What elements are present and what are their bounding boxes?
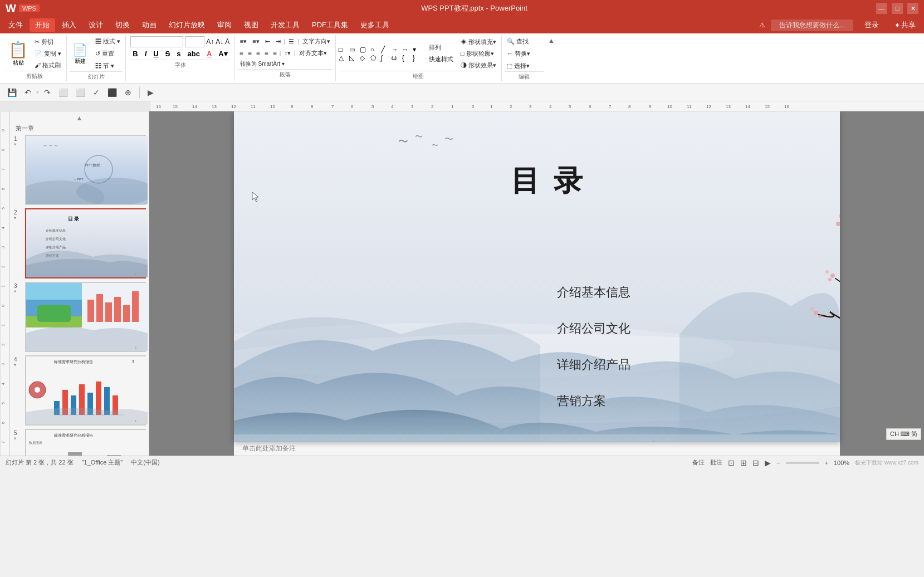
align-justify-button[interactable]: ≡ [263,49,270,58]
layout-button[interactable]: ☰ 版式 ▾ [93,36,123,47]
new-slide-button[interactable]: 📄 新建 [70,41,90,67]
share-button[interactable]: ♦ 共享 [890,18,921,32]
font-size-decrease-button[interactable]: A↓ [216,38,223,46]
shape-outline-button[interactable]: □ 形状轮廓▾ [458,48,498,59]
scroll-up-button[interactable]: ▲ [13,114,146,122]
quick-styles-button[interactable]: 快速样式 [427,54,456,65]
slide-canvas[interactable]: 〜 〜 〜 〜 [234,111,840,442]
save-button[interactable]: 💾 [4,86,19,99]
ribbon-collapse-button[interactable]: ▲ [546,35,556,81]
align-center-button[interactable]: ≡ [246,49,253,58]
italic-button[interactable]: I [143,49,149,58]
presentation-mode-button[interactable]: ▶ [145,86,157,99]
save-as-button[interactable]: ⬛ [105,86,120,99]
slide-1-thumb[interactable]: ～ ～ ～ PPT教程 →PPT [25,135,146,205]
more-shapes[interactable]: ▾ [413,46,423,53]
menu-design[interactable]: 设计 [83,18,109,32]
format-painter-button[interactable]: 🖌 格式刷 [32,60,63,71]
section-button[interactable]: ☷ 节 ▾ [93,61,123,71]
maximize-button[interactable]: □ [892,3,903,14]
triangle-shape[interactable]: △ [339,54,349,62]
curve-shape[interactable]: ∫ [381,54,391,62]
align-left-button[interactable]: ≡ [238,49,245,58]
input-method-indicator[interactable]: CH ⌨ 简 [886,428,921,440]
distributed-button[interactable]: ≡ [271,49,278,58]
slide-3-thumb[interactable]: 3 [25,282,146,352]
menu-transitions[interactable]: 切换 [110,18,135,32]
rounded-rect-shape[interactable]: ▢ [360,46,370,53]
paste-button[interactable]: 📋 粘贴 [6,39,31,69]
underline-button[interactable]: U [151,49,160,58]
slide-5-thumb[interactable]: 标准需求研究分析报告 数据图表 [25,429,146,456]
bullet-list-button[interactable]: ≡▾ [238,37,249,46]
arrange-button[interactable]: 排列 [427,42,456,53]
notes-area[interactable]: 单击此处添加备注 [234,442,840,456]
rect2-shape[interactable]: ▭ [349,46,359,53]
shape-effects-button[interactable]: ◑ 形状效果▾ [458,60,498,71]
zoom-out-button[interactable]: − [776,459,780,466]
indent-less-button[interactable]: ⇤ [263,37,272,46]
menu-review[interactable]: 审阅 [212,18,237,32]
login-button[interactable]: 登录 [859,18,884,32]
align-text-button[interactable]: 对齐文本▾ [297,48,329,58]
slideshow-button[interactable]: ▶ [765,458,771,467]
menu-developer[interactable]: 开发工具 [265,18,305,32]
line-shape[interactable]: ╱ [381,46,391,53]
shape-fill-button[interactable]: ◈ 形状填充▾ [458,37,498,47]
brace-shape[interactable]: } [413,54,423,62]
double-arrow-shape[interactable]: ↔ [402,46,412,53]
menu-pdf[interactable]: PDF工具集 [306,18,354,32]
font-size-input[interactable] [185,36,204,47]
normal-view-button[interactable]: ⊡ [728,458,735,467]
bracket-shape[interactable]: { [402,54,412,62]
strikethrough-button[interactable]: S [163,49,173,58]
menu-home[interactable]: 开始 [30,18,55,32]
circle-shape[interactable]: ○ [370,46,380,53]
char-spacing-button[interactable]: abc [185,49,202,58]
font-name-input[interactable] [130,36,183,47]
num-list-button[interactable]: ≡▾ [250,37,261,46]
right-triangle-shape[interactable]: ◺ [349,54,359,62]
line-spacing-button[interactable]: ↕▾ [282,48,293,58]
freeform-shape[interactable]: ω [392,54,402,62]
menu-insert[interactable]: 插入 [56,18,82,32]
column-button[interactable]: ☰ [286,37,296,46]
comments-button[interactable]: 批注 [710,458,722,467]
redo-button[interactable]: ↷ [41,86,53,99]
diamond-shape[interactable]: ◇ [360,54,370,62]
reset-button[interactable]: ↺ 重置 [93,48,123,59]
slide-4-thumb[interactable]: 标准需求研究分析报告 3 [25,355,146,426]
undo-button[interactable]: ↶ [22,86,34,99]
copy-button[interactable]: 📄 复制 ▾ [32,48,63,59]
notes-button[interactable]: 备注 [692,458,705,467]
align-right-button[interactable]: ≡ [255,49,262,58]
font-color-button[interactable]: A [204,49,214,58]
reading-view-button[interactable]: ⊟ [752,458,759,467]
menu-file[interactable]: 文件 [3,18,28,32]
font-size-increase-button[interactable]: A↑ [206,38,214,46]
shadow-button[interactable]: s [174,49,183,58]
close-button[interactable]: ✕ [907,3,918,14]
pentagon-shape[interactable]: ⬠ [370,54,380,62]
text-direction-button[interactable]: 文字方向▾ [300,36,333,47]
indent-more-button[interactable]: ⇥ [273,37,283,46]
find-button[interactable]: 🔍 查找 [505,36,544,47]
custom-view-button[interactable]: ⬜ [73,86,88,99]
cut-button[interactable]: ✂ 剪切 [32,37,63,47]
menu-slideshow[interactable]: 幻灯片放映 [163,18,211,32]
slide-2-thumb[interactable]: 目 录 介绍基本信息 介绍公司文化 详细介绍产品 营销方案 2 [25,208,146,278]
menu-more[interactable]: 更多工具 [355,18,395,32]
select-button[interactable]: ⬚ 选择▾ [505,61,544,71]
preview-button[interactable]: ⬜ [56,86,71,99]
bold-button[interactable]: B [130,49,140,58]
menu-view[interactable]: 视图 [238,18,264,32]
zoom-slider[interactable] [786,462,819,464]
rect-shape[interactable]: □ [339,46,349,53]
menu-animations[interactable]: 动画 [136,18,162,32]
replace-button[interactable]: ↔ 替换▾ [505,48,544,59]
spell-check-button[interactable]: ✓ [90,86,102,99]
minimize-button[interactable]: — [876,3,887,14]
search-hint[interactable]: 告诉我您想要做什么... [771,19,853,31]
more-qa-button[interactable]: ⊕ [122,86,134,99]
zoom-in-button[interactable]: + [825,459,828,466]
